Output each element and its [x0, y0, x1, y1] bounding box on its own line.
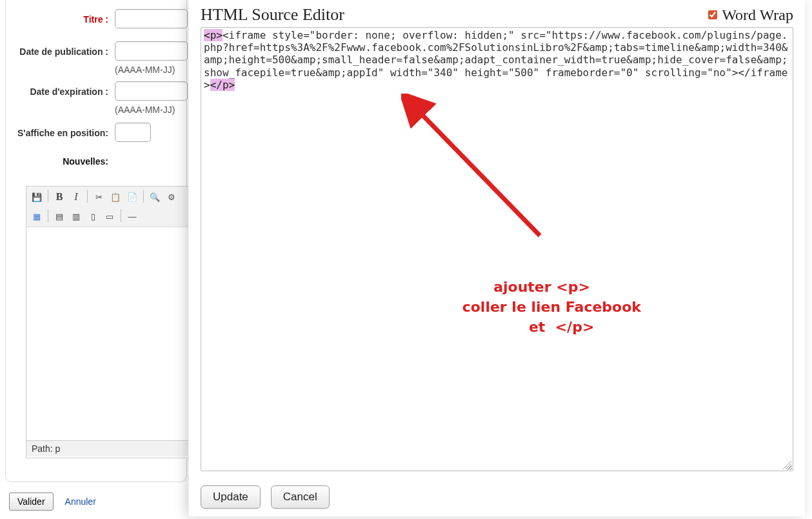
wordwrap-toggle[interactable]: Word Wrap	[706, 6, 793, 24]
save-icon[interactable]: 💾	[29, 189, 45, 205]
input-date-expiration[interactable]	[115, 81, 188, 101]
cut-icon[interactable]: ✂	[91, 189, 106, 205]
cancel-button[interactable]: Cancel	[271, 485, 330, 509]
modal-title: HTML Source Editor	[201, 5, 344, 25]
source-content: <iframe style="border: none; overflow: h…	[204, 29, 788, 91]
toolbar-separator	[48, 209, 48, 222]
wordwrap-checkbox[interactable]	[708, 10, 717, 19]
editor-path-label: Path:	[32, 443, 55, 454]
editor-toolbar: 💾 B I ✂ 📋 📄 🔍 ⚙ ▦ ▤ ▥ ▯ ▭ —	[26, 187, 194, 227]
toolbar-separator	[121, 209, 121, 222]
hint-date-publication: (AAAA-MM-JJ)	[115, 65, 193, 75]
label-date-publication: Date de publication :	[0, 41, 115, 58]
row-before-icon[interactable]: ▤	[52, 209, 67, 224]
resize-handle-icon[interactable]	[782, 460, 791, 469]
source-textarea[interactable]: <p><iframe style="border: none; overflow…	[201, 27, 793, 471]
replace-icon[interactable]: ⚙	[164, 189, 179, 205]
hr-icon[interactable]: —	[124, 209, 140, 224]
label-nouvelles: Nouvelles:	[0, 152, 108, 167]
input-date-publication[interactable]	[115, 41, 188, 61]
label-position: S'affiche en position:	[0, 123, 115, 139]
paste-icon[interactable]: 📄	[124, 189, 140, 205]
input-titre[interactable]	[115, 9, 188, 28]
html-source-editor-modal: HTML Source Editor Word Wrap <p><iframe …	[188, 0, 805, 516]
wordwrap-label: Word Wrap	[722, 6, 793, 24]
editor-path-value: p	[55, 443, 61, 454]
toolbar-separator	[48, 190, 48, 203]
input-position[interactable]	[115, 123, 151, 142]
label-date-expiration: Date d'expiration :	[0, 81, 115, 98]
copy-icon[interactable]: 📋	[108, 189, 123, 205]
editor-status-bar: Path: p	[26, 440, 194, 456]
annuler-link[interactable]: Annuler	[65, 496, 96, 507]
label-titre: Titre :	[0, 9, 115, 26]
toolbar-separator	[87, 190, 88, 203]
toolbar-separator	[143, 190, 144, 203]
source-open-tag: <p>	[204, 29, 223, 41]
rich-text-editor: 💾 B I ✂ 📋 📄 🔍 ⚙ ▦ ▤ ▥ ▯ ▭ — Path: p	[26, 186, 195, 458]
italic-icon[interactable]: I	[68, 189, 84, 205]
row-after-icon[interactable]: ▥	[68, 209, 84, 224]
source-close-tag: </p>	[210, 79, 235, 91]
editor-body[interactable]	[26, 227, 194, 440]
update-button[interactable]: Update	[201, 485, 261, 509]
hint-date-expiration: (AAAA-MM-JJ)	[115, 105, 193, 115]
find-icon[interactable]: 🔍	[147, 189, 163, 205]
col-after-icon[interactable]: ▭	[102, 209, 117, 224]
valider-button[interactable]: Valider	[9, 493, 54, 511]
col-before-icon[interactable]: ▯	[85, 209, 101, 224]
bold-icon[interactable]: B	[52, 189, 67, 205]
table-icon[interactable]: ▦	[29, 209, 45, 224]
